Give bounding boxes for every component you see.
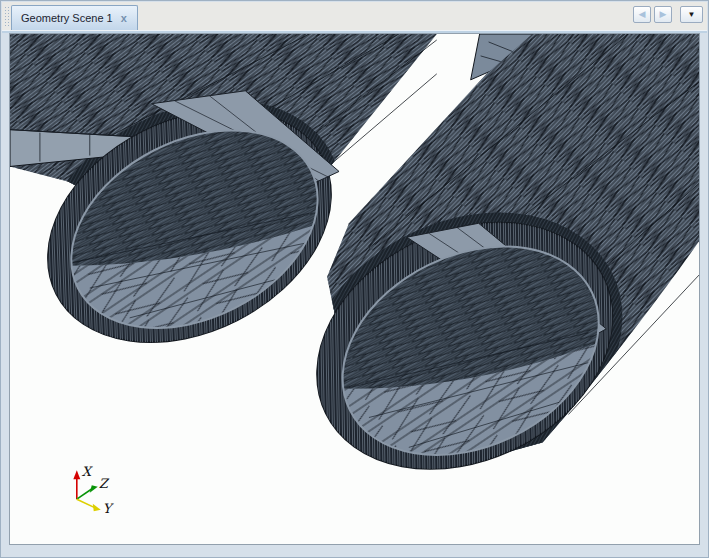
z-axis-label: Z xyxy=(99,476,110,491)
tab-bar-grip[interactable] xyxy=(4,6,11,28)
y-axis-label: Y xyxy=(103,501,115,516)
z-axis-line xyxy=(77,488,93,499)
tab-list-dropdown-button[interactable]: ▼ xyxy=(680,6,703,23)
tab-label: Geometry Scene 1 xyxy=(21,12,113,24)
3d-viewport[interactable]: X Z Y xyxy=(9,33,700,545)
axis-triad: X Z Y xyxy=(73,464,114,516)
geometry-scene-canvas: X Z Y xyxy=(10,34,699,544)
scroll-tabs-left-button[interactable]: ◀ xyxy=(633,6,651,23)
scroll-tabs-right-button[interactable]: ▶ xyxy=(654,6,672,23)
tab-scroll-controls: ◀ ▶ ▼ xyxy=(633,6,703,23)
y-axis-line xyxy=(77,499,96,508)
z-axis-arrow-icon xyxy=(90,485,98,492)
editor-tab-bar: Geometry Scene 1 x ◀ ▶ ▼ xyxy=(2,2,707,30)
close-icon[interactable]: x xyxy=(120,13,128,24)
right-arrow-icon: ▶ xyxy=(660,10,667,19)
left-arrow-icon: ◀ xyxy=(639,10,646,19)
y-axis-arrow-icon xyxy=(93,504,101,511)
x-axis-arrow-icon xyxy=(73,470,80,479)
scene-window: Geometry Scene 1 x ◀ ▶ ▼ xyxy=(0,0,709,558)
tab-geometry-scene-1[interactable]: Geometry Scene 1 x xyxy=(11,5,138,30)
x-axis-label: X xyxy=(82,464,94,479)
chevron-down-icon: ▼ xyxy=(688,11,696,19)
